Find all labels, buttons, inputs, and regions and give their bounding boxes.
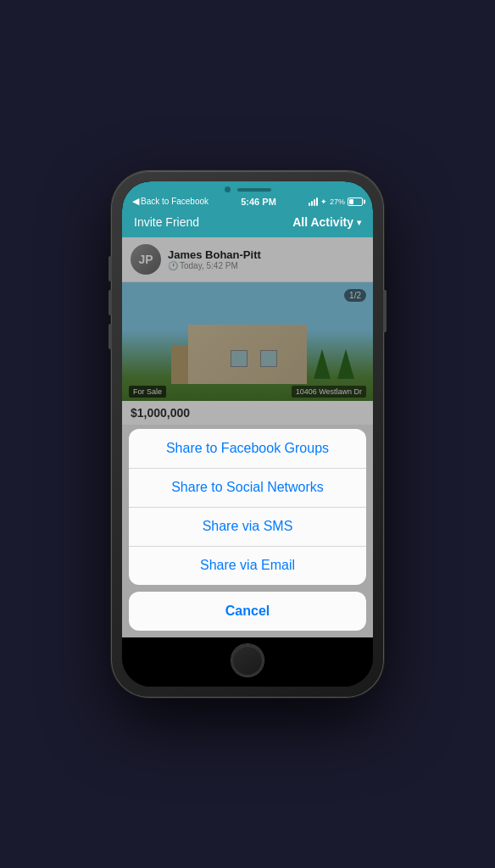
share-sms-button[interactable]: Share via SMS <box>129 507 366 546</box>
back-label: Back to Facebook <box>141 197 209 206</box>
all-activity-label: All Activity <box>292 215 353 229</box>
invite-friend-button[interactable]: Invite Friend <box>134 215 199 229</box>
share-facebook-groups-button[interactable]: Share to Facebook Groups <box>129 429 366 468</box>
camera-row <box>122 181 373 196</box>
bluetooth-icon: ✦ <box>320 198 327 206</box>
share-social-networks-button[interactable]: Share to Social Networks <box>129 468 366 507</box>
action-sheet-overlay: Share to Facebook Groups Share to Social… <box>122 237 373 637</box>
chevron-down-icon: ▾ <box>357 218 361 227</box>
screen: ◀ Back to Facebook 5:46 PM ✦ 27% <box>122 181 373 687</box>
status-time: 5:46 PM <box>241 197 276 207</box>
notch-bar <box>122 181 373 196</box>
speaker <box>237 188 271 192</box>
status-bar: ◀ Back to Facebook 5:46 PM ✦ 27% <box>122 196 373 210</box>
cancel-button[interactable]: Cancel <box>129 592 366 631</box>
battery-fill <box>349 199 353 204</box>
home-button-area <box>122 637 373 687</box>
home-button[interactable] <box>231 644 264 676</box>
status-back[interactable]: ◀ Back to Facebook <box>132 196 209 207</box>
camera-icon <box>225 186 231 192</box>
phone-screen-container: ◀ Back to Facebook 5:46 PM ✦ 27% <box>122 181 373 687</box>
action-sheet: Share to Facebook Groups Share to Social… <box>122 429 373 637</box>
nav-bar: Invite Friend All Activity ▾ <box>122 210 373 237</box>
back-arrow-icon: ◀ <box>132 196 139 207</box>
status-right: ✦ 27% <box>309 198 363 206</box>
battery-pct: 27% <box>330 198 345 206</box>
all-activity-dropdown[interactable]: All Activity ▾ <box>292 215 361 229</box>
signal-icon <box>309 198 318 206</box>
action-sheet-group: Share to Facebook Groups Share to Social… <box>129 429 366 585</box>
share-email-button[interactable]: Share via Email <box>129 546 366 585</box>
content-area: JP James Bohan-Pitt 🕐 Today, 5:42 PM <box>122 237 373 637</box>
phone-device: ◀ Back to Facebook 5:46 PM ✦ 27% <box>112 171 383 697</box>
battery-icon <box>348 198 363 206</box>
